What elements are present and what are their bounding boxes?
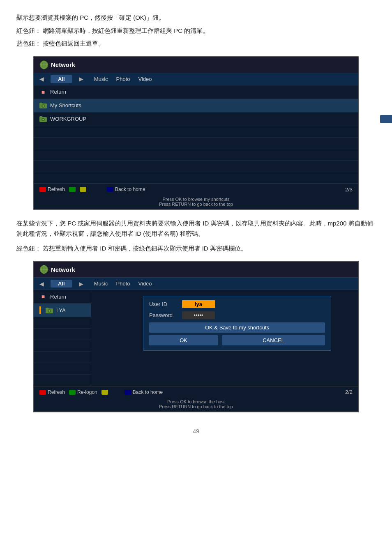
panel1-nav: ◀ All ▶ Music Photo Video [34,73,358,85]
panel1-body: ■ Return My Shortcuts WORKGROUP [34,85,358,184]
lya-bar [39,306,41,314]
blue-btn-label: 藍色鈕： [16,40,41,47]
panel2-right: User ID lya Password ••••• OK & Save to … [91,290,358,386]
middle-text-block: 在某些情況下，您 PC 或家用伺服器的共用資料夾將要求輸入使用者 ID 與密碼，… [16,218,376,254]
panel2-left-empty-2 [34,329,91,340]
panel1-empty-5 [34,172,358,184]
intro-line3: 藍色鈕： 按藍色鈕返回主選單。 [16,38,376,49]
panel2-left-empty-4 [34,352,91,363]
panel1-empty-1 [34,126,358,138]
panel2-nav: ◀ All ▶ Music Photo Video [34,278,358,290]
panel1-hint: Press OK to browse my shortcuts Press RE… [34,195,358,209]
panel2-item-lya[interactable]: LYA [34,304,91,317]
panel1-tab-music[interactable]: Music [94,76,108,82]
panel1-item-myshortcuts[interactable]: My Shortcuts [34,99,358,113]
middle-para2: 綠色鈕： 若想重新輸入使用者 ID 和密碼，按綠色鈕再次顯示使用者 ID 與密碼… [16,243,376,254]
panel1-nav-right[interactable]: ▶ [79,76,83,82]
panel2-hint: Press OK to browse the host Press RETURN… [34,398,358,412]
panel2-left: ■ Return LYA [34,290,91,386]
panel2-left-empty-3 [34,340,91,352]
panel1-title: Network [51,61,353,68]
page-number: 49 [16,420,376,443]
sidebar-tab: 繁體中文 [380,115,392,123]
panel1-hint1: Press OK to browse my shortcuts [34,197,358,202]
panel2-tab-photo[interactable]: Photo [116,281,130,287]
network-panel-2: Network ◀ All ▶ Music Photo Video ■ Retu… [33,261,359,412]
panel2-nav-all[interactable]: All [51,280,72,288]
panel1-refresh-btn[interactable]: Refresh [39,186,65,192]
panel2-footer: Refresh Re-logon Back to home 2/2 [34,386,358,398]
login-userid-value[interactable]: lya [182,300,215,308]
green-btn-label: 綠色鈕： [16,245,41,252]
panel2-refresh-btn[interactable]: Refresh [39,389,65,395]
return-icon-2: ■ [39,293,47,300]
panel2-relogon-label: Re-logon [77,389,97,395]
panel2-title: Network [51,266,353,273]
panel1-refresh-label: Refresh [48,186,65,192]
folder-icon-lya [46,306,53,314]
panel2-nav-left[interactable]: ◀ [39,281,44,287]
login-userid-label: User ID [149,301,178,307]
panel1-nav-left[interactable]: ◀ [39,76,44,82]
panel1-return-label: Return [50,89,66,95]
panel2-lya-label: LYA [56,307,66,313]
panel2-left-empty-6 [34,375,91,386]
login-password-value[interactable]: ••••• [182,311,215,319]
panel1-page: 2/3 [345,186,353,193]
middle-para1: 在某些情況下，您 PC 或家用伺服器的共用資料夾將要求輸入使用者 ID 與密碼，… [16,218,376,239]
network-icon-1 [39,60,48,69]
panel1-myshortcuts-label: My Shortcuts [50,102,81,108]
panel1-workgroup-label: WORKGROUP [50,116,86,122]
panel1-item-return[interactable]: ■ Return [34,85,358,99]
yellow-button-1 [80,187,86,192]
panel1-back-btn[interactable]: Back to home [107,186,145,192]
panel2-back-btn[interactable]: Back to home [125,389,163,395]
panel2-refresh-label: Refresh [48,389,65,395]
login-dialog: User ID lya Password ••••• OK & Save to … [143,296,331,351]
login-actions: OK CANCEL [149,335,325,345]
login-ok-btn[interactable]: OK [149,335,218,345]
login-cancel-btn[interactable]: CANCEL [222,335,325,345]
folder-icon-workgroup [39,115,47,123]
panel1-tab-photo[interactable]: Photo [116,76,130,82]
panel1-header: Network [34,57,358,73]
panel1-nav-all[interactable]: All [51,75,72,83]
intro-line1: 顯示想要瀏覽其檔案的 PC，然後按「確定 (OK)」鈕。 [16,12,376,23]
panel2-return-label: Return [50,294,66,300]
panel1-item-workgroup[interactable]: WORKGROUP [34,113,358,126]
network-icon-2 [39,265,48,274]
return-icon-1: ■ [39,88,47,96]
blue-button-2 [125,390,131,395]
login-save-btn[interactable]: OK & Save to my shortcuts [149,322,325,333]
panel2-left-empty-1 [34,317,91,329]
panel1-empty-2 [34,138,358,149]
green-button-2 [69,390,76,395]
panel2-tab-music[interactable]: Music [94,281,108,287]
intro-line2: 紅色鈕： 網路清單顯示時，按紅色鈕重新整理工作群組與 PC 的清單。 [16,25,376,36]
panel1-nav-tabs: Music Photo Video [94,76,152,82]
panel2-tab-video[interactable]: Video [138,281,152,287]
red-btn-content: 網路清單顯示時，按紅色鈕重新整理工作群組與 PC 的清單。 [43,27,209,34]
panel2-nav-right[interactable]: ▶ [79,281,83,287]
panel2-left-empty-5 [34,363,91,375]
login-userid-row: User ID lya [149,300,325,308]
panel1-empty-4 [34,161,358,172]
panel2-header: Network [34,262,358,278]
panel2-item-return[interactable]: ■ Return [34,290,91,304]
panel1-footer: Refresh Back to home 2/3 [34,184,358,195]
yellow-button-2 [101,390,108,395]
login-password-label: Password [149,312,178,318]
red-btn-label: 紅色鈕： [16,27,41,34]
panel2-relogon-btn[interactable]: Re-logon [69,389,97,395]
panel1-hint2: Press RETURN to go back to the top [34,202,358,207]
panel1-tab-video[interactable]: Video [138,76,152,82]
login-password-row: Password ••••• [149,311,325,319]
panel2-back-label: Back to home [133,389,163,395]
blue-button-1 [107,187,113,192]
panel2-page: 2/2 [345,389,353,395]
panel1-empty-3 [34,149,358,161]
red-button-1 [39,187,46,192]
panel2-hint1: Press OK to browse the host [34,399,358,404]
panel2-hint2: Press RETURN to go back to the top [34,404,358,409]
panel2-body: ■ Return LYA [34,290,358,386]
